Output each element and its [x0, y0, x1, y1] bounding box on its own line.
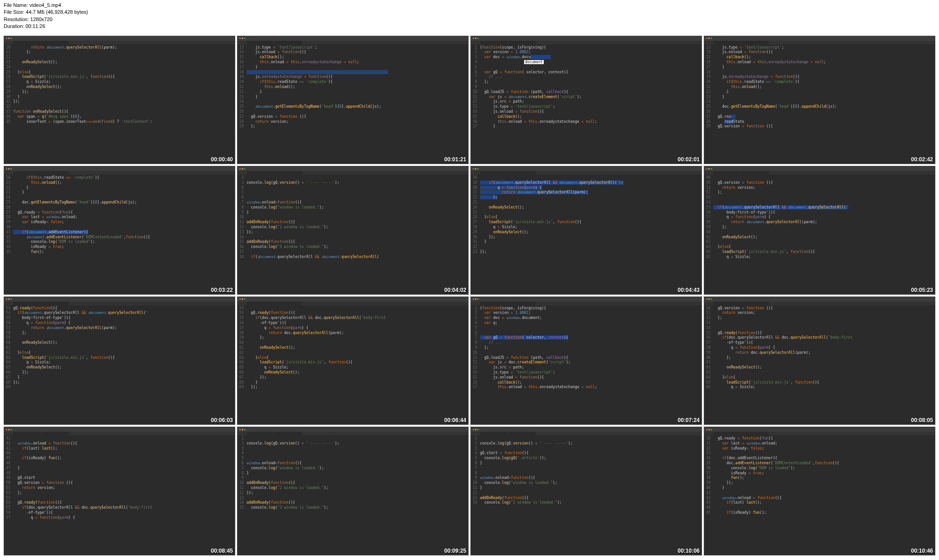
source-code: window.onload = function(){ if(last) las…: [13, 436, 233, 521]
thumbnail-3[interactable]: 13 14 15 16 17 18 19 20 21 22 23 24 25 2…: [704, 36, 935, 165]
close-icon: [239, 429, 241, 430]
close-icon: [473, 298, 474, 300]
source-code: js.type = 'text/javascript'; js.onload =…: [247, 45, 466, 130]
line-numbers: 53 54 55 56 57 58 59 60 61 62 63 64 65 6…: [6, 306, 13, 390]
timestamp: 00:10:06: [678, 548, 700, 554]
timestamp: 00:03:22: [211, 287, 233, 293]
editor-tabs: [471, 432, 701, 435]
window-titlebar: [704, 166, 935, 171]
window-titlebar: [704, 427, 935, 432]
editor-tabs: [4, 41, 235, 44]
close-icon: [6, 298, 7, 300]
thumbnail-7[interactable]: 49 50 51 52 53 54 55 56 57 58 59 60 61 6…: [704, 166, 935, 295]
thumbnail-14[interactable]: 1 2 3 4 5 6 7 8 9 10 11 12 13 14 console…: [470, 427, 702, 555]
window-titlebar: [471, 427, 701, 432]
editor-tabs: [238, 171, 468, 175]
minimize-icon: [708, 38, 710, 39]
thumbnail-5[interactable]: 2 3 4 5 6 7 8 9 10 11 12 13 14 15 16 17 …: [237, 166, 469, 295]
editor-tabs: [471, 302, 701, 305]
maximize-icon: [477, 429, 479, 430]
window-titlebar: [4, 36, 235, 41]
window-titlebar: [471, 166, 701, 171]
code-editor: 53 54 55 56 57 58 59 60 61 62 63 64 65 6…: [4, 305, 235, 391]
maximize-icon: [11, 168, 12, 170]
minimize-icon: [708, 168, 710, 170]
source-code: console.log(gQ.version() + ' ---- -----'…: [480, 436, 700, 505]
minimize-icon: [242, 38, 243, 39]
editor-tabs: [238, 432, 468, 435]
close-icon: [706, 298, 707, 300]
thumbnail-9[interactable]: 53 54 55 56 57 58 59 60 61 62 63 64 65 6…: [237, 296, 469, 425]
minimize-icon: [8, 429, 10, 430]
minimize-icon: [475, 298, 476, 300]
minimize-icon: [475, 38, 476, 39]
window-titlebar: [704, 36, 935, 41]
minimize-icon: [708, 429, 710, 430]
line-numbers: 30 31 32 33 34 35 36 37 38 39 40 41 42 4…: [706, 436, 713, 516]
minimize-icon: [8, 298, 10, 300]
timestamp: 00:05:23: [911, 287, 933, 293]
window-titlebar: [471, 36, 701, 41]
code-editor: 49 50 51 52 53 54 55 56 57 58 59 60 61 6…: [704, 175, 935, 261]
window-titlebar: [4, 427, 235, 432]
thumbnail-10[interactable]: 1 2 3 4 5 6 7 8 9 10 11 12 13 14 15 16 1…: [470, 296, 702, 425]
timestamp: 00:08:45: [211, 548, 233, 554]
thumbnail-8[interactable]: 53 54 55 56 57 58 59 60 61 62 63 64 65 6…: [4, 296, 235, 425]
maximize-icon: [11, 38, 12, 39]
filename-label: File Name:: [4, 2, 28, 8]
code-editor: 30 31 32 33 34 35 36 37 38 39 40 41 42 4…: [704, 435, 935, 516]
line-numbers: 20 21 22 23 24 25 26 27 28 29 30 31 32 3…: [6, 45, 13, 125]
timestamp: 00:00:40: [211, 156, 233, 163]
minimize-icon: [475, 168, 476, 170]
minimize-icon: [242, 168, 243, 170]
thumbnail-6[interactable]: 18 19 20 21 22 23 24 25 26 27 28 29 30 3…: [470, 166, 702, 295]
thumbnail-15[interactable]: 30 31 32 33 34 35 36 37 38 39 40 41 42 4…: [704, 427, 935, 555]
thumbnail-4[interactable]: 20 21 22 23 24 25 26 27 28 29 30 31 32 3…: [4, 166, 235, 295]
code-editor: 53 54 55 56 57 58 59 60 61 62 63 64 65 6…: [238, 305, 468, 391]
maximize-icon: [477, 298, 479, 300]
close-icon: [473, 429, 474, 430]
minimize-icon: [242, 298, 243, 300]
maximize-icon: [244, 429, 245, 430]
code-editor: 20 21 22 23 24 25 26 27 28 29 30 31 32 3…: [4, 175, 235, 256]
editor-tabs: [471, 41, 701, 44]
thumbnail-12[interactable]: 41 42 43 44 45 46 47 48 49 50 51 52 53 5…: [4, 427, 235, 555]
line-numbers: 1 2 3 4 5 6 7 8 9 10 11 12 13 14 15 16 1…: [473, 306, 480, 390]
source-code: (function(scope, isForgiving){ var versi…: [480, 45, 700, 130]
editor-tabs: [704, 41, 935, 44]
code-editor: 41 42 43 44 45 46 47 48 49 50 51 52 53 5…: [4, 435, 235, 522]
line-numbers: 20 21 22 23 24 25 26 27 28 29 30 31 32 3…: [6, 176, 13, 255]
timestamp: 00:04:43: [678, 287, 700, 293]
line-numbers: 13 14 15 16 17 18 19 20 21 22 23 24 25 2…: [706, 45, 713, 130]
duration: 00:11:26: [26, 23, 45, 29]
maximize-icon: [711, 429, 712, 430]
editor-tabs: [238, 302, 468, 305]
close-icon: [239, 298, 241, 300]
thumbnail-1[interactable]: 13 14 15 16 17 18 19 20 21 22 23 24 25 2…: [237, 36, 469, 165]
resolution: 1280x720: [30, 16, 52, 22]
source-code: return document.querySelectorAll(parm); …: [13, 45, 233, 125]
timestamp: 00:10:46: [911, 548, 933, 554]
maximize-icon: [244, 168, 245, 170]
maximize-icon: [11, 298, 12, 300]
source-code: (function(scope, isForgiving){ var versi…: [480, 306, 700, 390]
window-titlebar: [471, 297, 701, 302]
code-editor: 1 2 3 4 5 6 7 8 9 10 11 12 13 14 15 16 1…: [471, 305, 701, 391]
code-editor: 50 51 52 53 54 55 56 57 58 59 60 61 62 6…: [704, 305, 935, 391]
thumbnail-11[interactable]: 50 51 52 53 54 55 56 57 58 59 60 61 62 6…: [704, 296, 935, 425]
editor-tabs: [704, 171, 935, 175]
line-numbers: 1 2 3 4 5 6 7 8 9 10 11 12 13 14: [473, 436, 480, 505]
timestamp: 00:06:03: [211, 417, 233, 423]
thumbnail-13[interactable]: 1 2 3 4 5 6 7 8 9 10 11 12 13 14 15 cons…: [237, 427, 469, 555]
thumbnail-2[interactable]: 1 2 3 4 5 6 7 8 9 10 11 12 13 14 15 16 1…: [470, 36, 702, 165]
file-info-header: File Name: video4_5.mp4 File Size: 44.7 …: [0, 0, 939, 32]
line-numbers: 2 3 4 5 6 7 8 9 10 11 12 13 14 15 16 17 …: [239, 176, 247, 260]
minimize-icon: [475, 429, 476, 430]
close-icon: [706, 168, 707, 170]
timestamp: 00:07:24: [678, 417, 700, 423]
close-icon: [473, 168, 474, 170]
maximize-icon: [477, 168, 479, 170]
thumbnail-0[interactable]: 20 21 22 23 24 25 26 27 28 29 30 31 32 3…: [4, 36, 235, 165]
maximize-icon: [711, 38, 712, 39]
close-icon: [706, 38, 707, 39]
